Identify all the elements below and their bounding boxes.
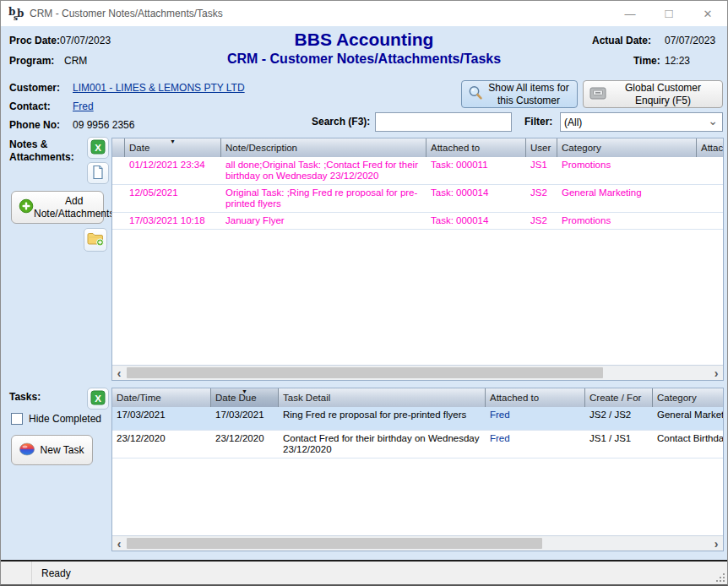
screen-title: CRM - Customer Notes/Attachments/Tasks <box>1 52 727 67</box>
close-icon[interactable]: ✕ <box>688 1 727 26</box>
notes-horizontal-scrollbar[interactable]: ‹ › <box>112 365 723 380</box>
task-attached-to: Fred <box>486 431 585 458</box>
note-description: January Flyer <box>221 213 426 229</box>
notes-col-date[interactable]: Date ▼ <box>125 138 221 157</box>
table-row[interactable]: 17/03/2021 10:18 January Flyer Task: 000… <box>112 213 723 230</box>
checkbox-icon[interactable] <box>11 413 23 425</box>
global-enquiry-label: Global Customer Enquiry (F5) <box>607 82 719 106</box>
task-date-due: 17/03/2021 <box>211 407 279 430</box>
note-user: JS1 <box>526 157 557 184</box>
search-input[interactable] <box>375 112 512 132</box>
chevron-down-icon: ⌄ <box>708 114 718 128</box>
status-bar: Ready <box>1 562 727 584</box>
note-description: all done;Original Task: ;Contact Fred fo… <box>221 157 426 184</box>
tasks-col-date-time[interactable]: Date/Time <box>112 388 211 407</box>
tasks-col-attached-to[interactable]: Attached to <box>486 388 585 407</box>
task-create-for: JS2 / JS2 <box>585 407 653 430</box>
note-attached-to: Task: 000014 <box>426 213 526 229</box>
notes-section-label: Notes & Attachments: <box>9 138 87 164</box>
note-date: 01/12/2021 23:34 <box>125 157 221 184</box>
notes-table: Date ▼ Note/Description Attached to User… <box>111 138 724 381</box>
task-contact-link[interactable]: Fred <box>490 433 510 443</box>
document-icon <box>90 165 106 182</box>
note-user: JS2 <box>526 185 557 212</box>
notes-col-date-label: Date <box>129 143 149 153</box>
notes-export-excel-button[interactable]: X <box>87 137 109 159</box>
task-attached-to: Fred <box>486 407 585 430</box>
note-user: JS2 <box>526 213 557 229</box>
actual-date-value: 07/07/2023 <box>665 35 715 46</box>
window-title: CRM - Customer Notes/Attachments/Tasks <box>30 1 223 26</box>
show-all-items-label: Show All items for this Customer <box>484 82 573 106</box>
attach-file-button[interactable] <box>84 228 107 252</box>
excel-icon: X <box>90 139 106 157</box>
notes-col-attach[interactable]: Attach <box>697 138 723 157</box>
search-label: Search (F3): <box>312 116 370 128</box>
new-task-label: New Task <box>35 444 89 457</box>
customer-label: Customer: <box>9 82 60 94</box>
svg-text:X: X <box>95 393 101 403</box>
table-row[interactable]: 01/12/2021 23:34 all done;Original Task:… <box>112 157 723 185</box>
note-attached-to: Task: 000011 <box>426 157 526 184</box>
scrollbar-thumb[interactable] <box>127 367 603 378</box>
show-all-items-button[interactable]: Show All items for this Customer <box>461 80 578 108</box>
add-folder-icon <box>86 231 105 250</box>
scroll-right-icon[interactable]: › <box>709 366 723 380</box>
task-contact-link[interactable]: Fred <box>490 410 510 420</box>
title-bar: b s b CRM - Customer Notes/Attachments/T… <box>1 1 727 26</box>
task-date-due: 23/12/2020 <box>211 431 279 458</box>
note-category: Promotions <box>557 157 697 184</box>
tasks-col-date-due[interactable]: Date Due ▼ <box>211 388 279 407</box>
task-detail: Ring Fred re proposal for pre-printed fl… <box>279 407 486 430</box>
notes-col-selector[interactable] <box>112 138 125 157</box>
note-attached-to: Task: 000014 <box>426 185 526 212</box>
tasks-horizontal-scrollbar[interactable]: ‹ › <box>112 535 723 551</box>
note-date: 17/03/2021 10:18 <box>125 213 221 229</box>
sort-arrow-icon: ▼ <box>170 138 176 144</box>
resize-grip-icon[interactable] <box>716 573 725 582</box>
tasks-col-create-for[interactable]: Create / For <box>585 388 653 407</box>
note-category: Promotions <box>557 213 697 229</box>
scroll-left-icon[interactable]: ‹ <box>112 537 126 551</box>
phone-value: 09 9956 2356 <box>73 119 134 131</box>
status-cell <box>1 562 32 584</box>
new-note-button[interactable] <box>87 162 109 184</box>
scroll-right-icon[interactable]: › <box>709 537 723 551</box>
customer-link[interactable]: LIM001 - LIMES & LEMONS PTY LTD <box>73 82 245 94</box>
actual-date-label: Actual Date: <box>592 35 651 46</box>
notes-col-attached-to[interactable]: Attached to <box>426 138 526 157</box>
contact-label: Contact: <box>9 100 51 112</box>
tasks-export-excel-button[interactable]: X <box>87 388 109 410</box>
notes-col-user[interactable]: User <box>526 138 557 157</box>
add-note-attachments-button[interactable]: Add Note/Attachments <box>11 191 104 224</box>
table-row[interactable]: 23/12/2020 23/12/2020 Contact Fred for t… <box>112 431 723 458</box>
terminal-icon <box>589 84 607 104</box>
minimize-icon[interactable]: — <box>611 1 649 26</box>
app-window: b s b CRM - Customer Notes/Attachments/T… <box>0 0 728 586</box>
tasks-table: Date/Time Date Due ▼ Task Detail Attache… <box>111 388 724 551</box>
tasks-col-category[interactable]: Category <box>653 388 723 407</box>
phone-label: Phone No: <box>9 119 60 131</box>
task-ball-icon <box>19 442 35 459</box>
table-row[interactable]: 12/05/2021 Original Task: ;Ring Fred re … <box>112 185 723 213</box>
note-description: Original Task: ;Ring Fred re proposal fo… <box>221 185 426 212</box>
notes-col-category[interactable]: Category <box>557 138 697 157</box>
new-task-button[interactable]: New Task <box>11 435 93 465</box>
scroll-left-icon[interactable]: ‹ <box>112 366 126 380</box>
window-controls: — □ ✕ <box>611 1 727 26</box>
tasks-col-detail[interactable]: Task Detail <box>279 388 486 407</box>
notes-col-description[interactable]: Note/Description <box>221 138 426 157</box>
scrollbar-thumb[interactable] <box>127 538 542 549</box>
contact-link[interactable]: Fred <box>73 100 94 112</box>
filter-dropdown[interactable]: (All) ⌄ <box>560 112 723 132</box>
tasks-col-date-due-label: Date Due <box>215 393 257 403</box>
time-value: 12:23 <box>665 55 690 67</box>
main-area: Proc Date: 07/07/2023 Program: CRM BBS A… <box>1 26 727 560</box>
hide-completed-checkbox[interactable]: Hide Completed <box>11 413 101 425</box>
global-enquiry-button[interactable]: Global Customer Enquiry (F5) <box>583 80 723 108</box>
table-row[interactable]: 17/03/2021 17/03/2021 Ring Fred re propo… <box>112 407 723 431</box>
notes-table-header: Date ▼ Note/Description Attached to User… <box>112 138 723 157</box>
sort-arrow-icon: ▼ <box>242 388 247 394</box>
maximize-icon[interactable]: □ <box>649 0 688 25</box>
note-category: General Marketing <box>557 185 697 212</box>
